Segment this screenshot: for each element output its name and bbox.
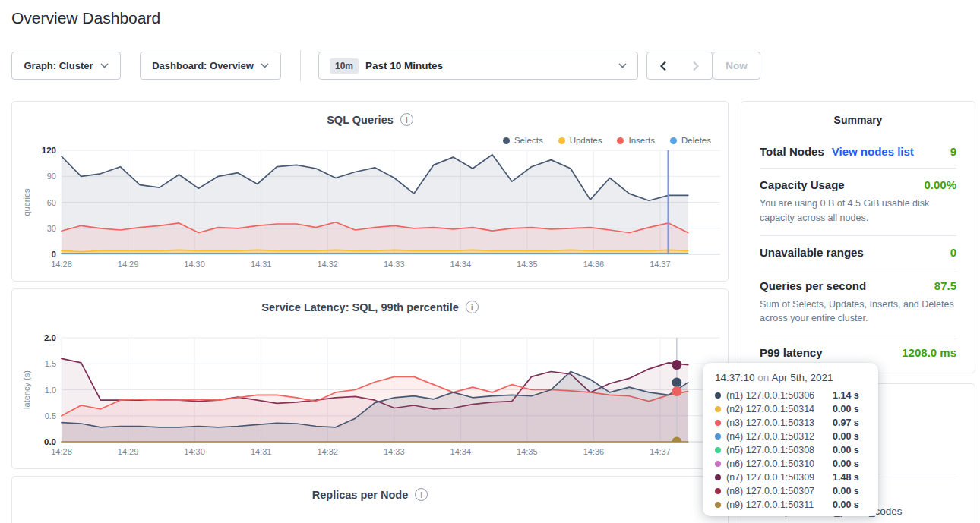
summary-row-value: 0.00% [924, 178, 956, 191]
service-latency-card: Service Latency: SQL, 99th percentile i … [11, 288, 729, 469]
service-latency-chart[interactable]: 0.00.51.01.52.014:2814:2914:3014:3114:32… [18, 332, 723, 462]
now-button[interactable]: Now [713, 52, 760, 80]
graph-dropdown-label: Graph: Cluster [24, 60, 93, 71]
tooltip-node-value: 0.00 s [833, 431, 869, 442]
tooltip-row: (n7) 127.0.0.1:503091.48 s [715, 471, 869, 484]
chevron-down-icon [618, 63, 627, 68]
summary-rows: Total NodesView nodes list9Capacity Usag… [760, 145, 956, 359]
svg-text:14:37: 14:37 [650, 260, 671, 269]
summary-row-label: Capacity Usage [760, 178, 845, 191]
info-icon[interactable]: i [415, 488, 428, 501]
svg-text:14:34: 14:34 [450, 447, 472, 456]
chart-hover-tooltip: 14:37:10 on Apr 5th, 2021 (n1) 127.0.0.1… [703, 363, 878, 516]
info-icon[interactable]: i [466, 301, 479, 313]
view-nodes-list-link[interactable]: View nodes list [832, 145, 914, 158]
tooltip-node-value: 1.48 s [833, 472, 869, 483]
svg-text:14:36: 14:36 [583, 260, 605, 269]
tooltip-header: 14:37:10 on Apr 5th, 2021 [715, 372, 869, 383]
tooltip-conjunction: on [757, 372, 769, 383]
sql-queries-chart[interactable]: 030609012014:2814:2914:3014:3114:3214:33… [18, 144, 723, 275]
svg-text:14:31: 14:31 [251, 260, 272, 269]
tooltip-node-value: 0.00 s [833, 458, 869, 469]
svg-text:90: 90 [47, 172, 56, 181]
summary-divider [760, 269, 956, 269]
tooltip-node-value: 0.00 s [833, 445, 869, 455]
tooltip-row: (n6) 127.0.0.1:503100.00 s [715, 457, 869, 471]
tooltip-node-value: 0.97 s [833, 417, 869, 428]
page-title: Overview Dashboard [11, 9, 160, 27]
summary-row: Unavailable ranges0 [760, 246, 956, 259]
chevron-down-icon [100, 63, 109, 68]
tooltip-node-value: 1.14 s [833, 390, 869, 401]
svg-text:14:33: 14:33 [384, 447, 405, 456]
svg-text:14:31: 14:31 [251, 447, 272, 456]
tooltip-row: (n1) 127.0.0.1:503061.14 s [715, 389, 869, 402]
legend-color-dot [503, 137, 510, 144]
summary-row-label: Unavailable ranges [760, 246, 864, 259]
svg-text:0.5: 0.5 [45, 411, 56, 421]
dashboard-dropdown-label: Dashboard: Overview [152, 60, 254, 71]
service-latency-title: Service Latency: SQL, 99th percentile [261, 301, 459, 313]
svg-text:14:28: 14:28 [51, 260, 72, 269]
time-range-selector[interactable]: 10m Past 10 Minutes [318, 52, 638, 80]
tooltip-node-label: (n4) 127.0.0.1:50312 [726, 431, 814, 442]
node-color-dot [715, 488, 721, 494]
tooltip-node-label: (n2) 127.0.0.1:50314 [726, 404, 814, 414]
svg-text:14:29: 14:29 [118, 447, 139, 456]
replicas-per-node-title: Replicas per Node [312, 489, 409, 501]
dashboard-dropdown[interactable]: Dashboard: Overview [140, 52, 281, 80]
svg-text:14:35: 14:35 [517, 260, 538, 269]
time-range-label: Past 10 Minutes [365, 60, 443, 71]
tooltip-row: (n2) 127.0.0.1:503140.00 s [715, 402, 869, 416]
svg-text:60: 60 [47, 198, 56, 207]
tooltip-node-label: (n3) 127.0.0.1:50313 [726, 417, 814, 428]
svg-text:1.5: 1.5 [45, 359, 56, 368]
time-prev-button[interactable] [646, 52, 680, 80]
node-color-dot [715, 461, 721, 467]
svg-text:120: 120 [42, 146, 56, 155]
svg-text:14:30: 14:30 [184, 447, 205, 456]
time-next-button[interactable] [679, 52, 713, 80]
svg-text:0.0: 0.0 [44, 437, 56, 446]
summary-row-value: 0 [950, 246, 956, 259]
tooltip-node-label: (n8) 127.0.0.1:50307 [726, 486, 814, 496]
node-color-dot [715, 474, 721, 480]
summary-heading: Summary [760, 114, 956, 126]
chevron-right-icon [692, 61, 700, 71]
svg-text:14:34: 14:34 [450, 260, 472, 269]
time-range-badge: 10m [330, 58, 359, 74]
summary-row: Queries per second87.5 [760, 279, 956, 292]
svg-text:1.0: 1.0 [45, 386, 56, 395]
summary-row-description: Sum of Selects, Updates, Inserts, and De… [760, 298, 956, 326]
summary-row-label: Total Nodes [760, 145, 824, 158]
svg-text:14:35: 14:35 [517, 447, 538, 456]
tooltip-row: (n5) 127.0.0.1:503080.00 s [715, 443, 869, 457]
summary-row-label: P99 latency [760, 346, 823, 359]
sql-queries-title: SQL Queries [327, 114, 394, 126]
tooltip-node-label: (n6) 127.0.0.1:50310 [726, 458, 814, 469]
summary-row: Capacity Usage0.00% [760, 178, 956, 191]
summary-row-description: You are using 0 B of 4.5 GiB usable disk… [760, 197, 956, 225]
toolbar-divider [300, 50, 301, 81]
tooltip-row: (n3) 127.0.0.1:503130.97 s [715, 416, 869, 430]
summary-row: P99 latency1208.0 ms [760, 346, 956, 359]
svg-text:14:29: 14:29 [118, 260, 139, 269]
svg-text:queries: queries [22, 188, 31, 216]
svg-text:14:32: 14:32 [317, 260, 338, 269]
summary-row-value: 87.5 [934, 279, 956, 292]
tooltip-time: 14:37:10 [715, 372, 755, 383]
tooltip-node-value: 0.00 s [833, 499, 869, 510]
summary-row: Total NodesView nodes list9 [760, 145, 956, 158]
tooltip-node-label: (n5) 127.0.0.1:50308 [726, 445, 814, 455]
node-color-dot [715, 433, 721, 440]
info-icon[interactable]: i [400, 113, 413, 126]
tooltip-node-label: (n7) 127.0.0.1:50309 [726, 472, 814, 483]
node-color-dot [715, 502, 721, 508]
svg-text:14:28: 14:28 [51, 447, 72, 456]
summary-divider [760, 235, 956, 236]
svg-text:0: 0 [52, 250, 56, 259]
summary-row-value: 9 [950, 145, 956, 158]
tooltip-date: Apr 5th, 2021 [771, 372, 833, 383]
tooltip-rows: (n1) 127.0.0.1:503061.14 s(n2) 127.0.0.1… [715, 389, 869, 512]
graph-dropdown[interactable]: Graph: Cluster [11, 52, 121, 80]
